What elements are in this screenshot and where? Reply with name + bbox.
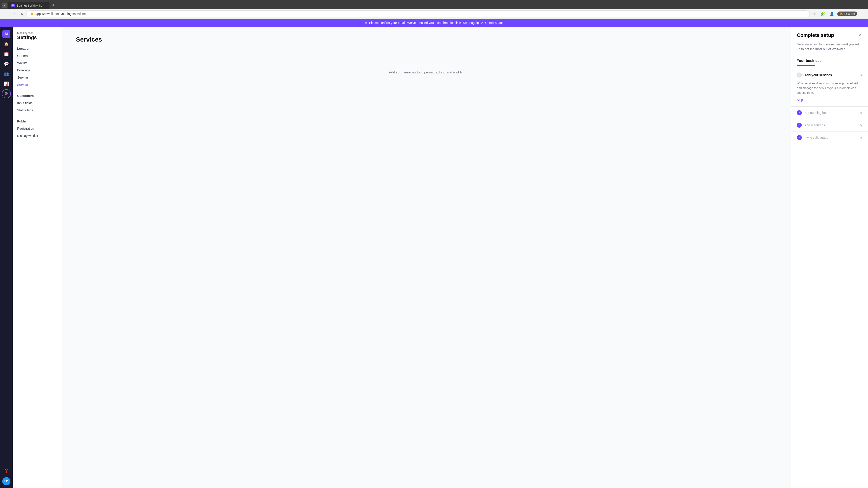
url-text: app.waitwhile.com/settings/services <box>35 12 806 15</box>
incognito-icon: 🕵 <box>839 12 843 15</box>
sidebar-chat-icon[interactable]: 💬 <box>2 59 11 68</box>
bookmark-button[interactable]: ☆ <box>811 11 817 17</box>
address-bar[interactable]: 🔒 app.waitwhile.com/settings/services <box>26 10 810 17</box>
tab-switcher[interactable]: ▾ <box>2 3 7 8</box>
incognito-badge: 🕵 Incognito <box>837 11 857 16</box>
nav-section-customers: Customers <box>13 92 62 99</box>
tab-favicon: M <box>11 4 15 7</box>
sidebar-calendar-icon[interactable]: 📅 <box>2 50 11 59</box>
panel-title: Complete setup <box>797 32 834 38</box>
accordion-opening-hours-header[interactable]: ✓ Set opening hours ∨ <box>792 107 868 119</box>
empty-state: Add your services to improve tracking an… <box>76 52 778 92</box>
lock-icon: 🔒 <box>30 12 34 15</box>
app-container: M 🏠 📅 💬 👥 📊 ⚙ ❓ LD Moodjoy7434 Settings … <box>0 27 868 488</box>
icon-sidebar: M 🏠 📅 💬 👥 📊 ⚙ ❓ LD <box>0 27 13 488</box>
tab-bar: ▾ M Settings | Waitwhile × + <box>0 0 868 9</box>
email-icon: ✉ <box>365 21 367 25</box>
incognito-label: Incognito <box>844 12 855 15</box>
accordion-resources-arrow: ∨ <box>860 123 863 127</box>
new-tab-button[interactable]: + <box>51 2 57 9</box>
tab-close-button[interactable]: × <box>44 4 46 7</box>
tab-label: Settings | Waitwhile <box>17 4 42 7</box>
accordion-opening-hours: ✓ Set opening hours ∨ <box>792 106 868 119</box>
banner-separator: ⟳ <box>480 21 483 25</box>
nav-item-registration[interactable]: Registration <box>13 125 62 132</box>
check-icon-hours: ✓ <box>797 110 802 115</box>
active-tab[interactable]: M Settings | Waitwhile × <box>8 2 50 9</box>
your-business-section: Your business <box>792 56 868 69</box>
accordion-add-services-header[interactable]: ✓ Add your services ∧ <box>792 69 868 81</box>
main-inner: Services Add your services to improve tr… <box>62 27 791 101</box>
nav-username: Moodjoy7434 <box>17 31 58 35</box>
panel-subtitle: Here are a few thing we recommend you se… <box>792 42 868 56</box>
nav-item-serving[interactable]: Serving <box>13 74 62 81</box>
check-icon-colleagues: ✓ <box>797 135 802 140</box>
sidebar-analytics-icon[interactable]: 📊 <box>2 79 11 88</box>
nav-section-public: Public <box>13 118 62 125</box>
accordion-resources-header[interactable]: ✓ Add resources ∨ <box>792 119 868 131</box>
browser-actions: ☆ 🧩 👤 🕵 Incognito ⋮ <box>811 11 865 17</box>
accordion-services-content: What services does your business provide… <box>792 81 868 106</box>
user-avatar: M <box>2 30 10 38</box>
email-confirmation-banner: ✉ Please confirm your email. We've email… <box>0 19 868 27</box>
sidebar-avatar[interactable]: M <box>2 30 11 39</box>
banner-text: Please confirm your email. We've emailed… <box>369 21 461 25</box>
your-business-title: Your business <box>797 59 822 64</box>
empty-state-text: Add your services to improve tracking an… <box>389 70 465 74</box>
accordion-hours-label: Set opening hours <box>804 111 830 115</box>
nav-item-input-fields[interactable]: Input fields <box>13 99 62 107</box>
complete-setup-panel: Complete setup × Here are a few thing we… <box>791 27 868 488</box>
nav-divider-2 <box>13 116 62 116</box>
skip-link[interactable]: Skip <box>797 98 803 102</box>
nav-item-display-waitlist[interactable]: Display waitlist <box>13 132 62 139</box>
sidebar-user-profile-icon[interactable]: LD <box>2 476 11 485</box>
accordion-services-label: Add your services <box>804 73 832 77</box>
accordion-colleagues-left: ✓ Invite colleagues <box>797 135 828 140</box>
reload-button[interactable]: ↻ <box>19 11 25 17</box>
services-description: What services does your business provide… <box>797 81 863 95</box>
nav-item-services[interactable]: Services <box>13 81 62 88</box>
browser-chrome: ▾ M Settings | Waitwhile × + ← → ↻ 🔒 app… <box>0 0 868 19</box>
section-underline <box>797 65 815 66</box>
panel-close-button[interactable]: × <box>857 32 863 38</box>
accordion-resources-left: ✓ Add resources <box>797 123 825 128</box>
accordion-header-left: ✓ Add your services <box>797 72 832 77</box>
sidebar-users-icon[interactable]: 👥 <box>2 69 11 78</box>
menu-button[interactable]: ⋮ <box>859 11 865 17</box>
check-mark: ✓ <box>798 73 800 76</box>
accordion-services-arrow: ∧ <box>860 73 863 77</box>
nav-item-general[interactable]: General <box>13 52 62 59</box>
accordion-add-resources: ✓ Add resources ∨ <box>792 119 868 131</box>
back-button[interactable]: ← <box>3 11 9 17</box>
accordion-hours-arrow: ∨ <box>860 111 863 115</box>
sidebar-settings-icon[interactable]: ⚙ <box>2 89 11 98</box>
nav-item-bookings[interactable]: Bookings <box>13 67 62 74</box>
sidebar-home-icon[interactable]: 🏠 <box>2 39 11 48</box>
browser-nav-bar: ← → ↻ 🔒 app.waitwhile.com/settings/servi… <box>0 9 868 19</box>
nav-item-status-tags[interactable]: Status tags <box>13 107 62 114</box>
send-again-link[interactable]: Send again <box>463 21 479 25</box>
check-icon-resources: ✓ <box>797 123 802 128</box>
accordion-add-services: ✓ Add your services ∧ What services does… <box>792 69 868 106</box>
accordion-hours-left: ✓ Set opening hours <box>797 110 830 115</box>
nav-title: Settings <box>17 35 58 40</box>
accordion-colleagues-arrow: ∨ <box>860 135 863 140</box>
settings-nav-sidebar: Moodjoy7434 Settings Location General Wa… <box>13 27 62 488</box>
forward-button[interactable]: → <box>11 11 17 17</box>
user-initials-avatar: LD <box>2 477 10 485</box>
accordion-invite-colleagues: ✓ Invite colleagues ∨ <box>792 131 868 144</box>
page-title: Services <box>76 36 778 43</box>
check-status-link[interactable]: Check status <box>485 21 503 25</box>
accordion-colleagues-label: Invite colleagues <box>804 136 828 139</box>
nav-item-waitlist[interactable]: Waitlist <box>13 59 62 67</box>
sidebar-help-icon[interactable]: ❓ <box>2 466 11 475</box>
check-icon-services: ✓ <box>797 72 802 77</box>
nav-sidebar-header: Moodjoy7434 Settings <box>13 31 62 45</box>
nav-section-location: Location <box>13 45 62 52</box>
panel-header: Complete setup × <box>792 27 868 42</box>
main-content: Services Add your services to improve tr… <box>62 27 791 488</box>
extensions-button[interactable]: 🧩 <box>819 11 827 17</box>
accordion-colleagues-header[interactable]: ✓ Invite colleagues ∨ <box>792 131 868 144</box>
accordion-resources-label: Add resources <box>804 123 825 127</box>
profile-button[interactable]: 👤 <box>828 11 835 17</box>
